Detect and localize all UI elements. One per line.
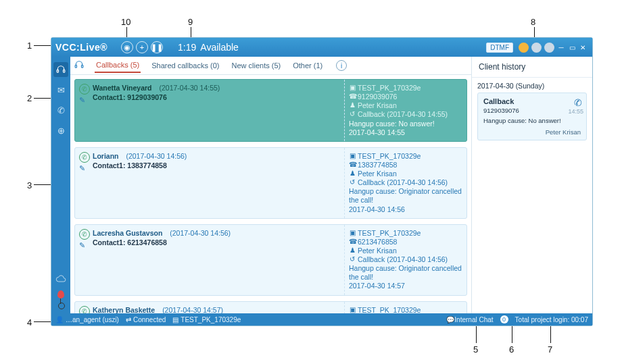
callback-list[interactable]: ✆ ✎ Wanetta Vineyard (2017-04-30 14:55) … <box>70 75 471 313</box>
status-timer: 1:19 <box>178 42 196 53</box>
card-timestamp: (2017-04-30 14:56) <box>170 229 231 237</box>
nav-phone-icon[interactable]: ✆ <box>53 103 68 118</box>
tab-shared-callbacks[interactable]: Shared callbacks (0) <box>150 59 220 72</box>
annotation-7: 7 <box>548 344 552 355</box>
project-icon: ▣ <box>349 229 356 238</box>
hangup-note: Hangup cause: Originator cancelled the c… <box>349 187 462 205</box>
internal-chat-button[interactable]: 💬Internal Chat <box>446 316 493 323</box>
callback-line: Callback (2017-04-30 14:56) <box>358 178 448 187</box>
svg-rect-0 <box>57 70 58 73</box>
status-project: ▤TEST_PK_170329e <box>172 316 241 323</box>
history-card-number: 9129039076 <box>483 107 581 114</box>
callback-icon: ↺ <box>349 110 356 119</box>
pause-icon[interactable]: ❚❚ <box>151 41 163 53</box>
hangup-note: Hangup cause: No answer! <box>349 120 462 128</box>
tab-callbacks[interactable]: Callbacks (5) <box>95 58 141 73</box>
app-window: VCC:Live® ◉ + ❚❚ 1:19 Available DTMF ─ ▭… <box>51 37 593 326</box>
add-icon[interactable]: + <box>136 41 148 53</box>
history-card-agent: Peter Krisan <box>483 128 581 136</box>
tabstrip-headset-icon <box>74 60 85 71</box>
history-date: 2017-04-30 (Sunday) <box>477 82 587 90</box>
project-icon: ▣ <box>349 306 356 314</box>
nav-mail-icon[interactable]: ✉ <box>53 82 68 97</box>
card-timestamp: (2017-04-30 14:55) <box>159 84 220 92</box>
callback-line: Callback (2017-04-30 14:56) <box>358 255 448 264</box>
callback-card[interactable]: ✆ ✎ Loriann (2017-04-30 14:56) Contact1:… <box>74 147 467 219</box>
maximize-icon[interactable]: ▭ <box>568 43 576 51</box>
phone-icon: ☎ <box>349 161 356 170</box>
globe-icon-1[interactable] <box>531 43 542 53</box>
status-connection: ⇄Connected <box>126 316 166 323</box>
tab-new-clients[interactable]: New clients (5) <box>230 59 282 72</box>
contact1-label: Contact1: <box>93 161 125 170</box>
project-icon: ▣ <box>349 152 356 161</box>
svg-rect-2 <box>75 66 76 68</box>
callback-line: Callback (2017-04-30 14:55) <box>358 110 448 119</box>
chat-icon: 💬 <box>446 316 454 323</box>
call-icon: ✆ <box>79 229 90 240</box>
svg-rect-1 <box>64 70 65 73</box>
callback-card[interactable]: ✆ ✎ Lacresha Gustavson (2017-04-30 14:56… <box>74 224 467 296</box>
app-logo: VCC:Live® <box>55 42 107 53</box>
card-timestamp: (2017-04-30 14:57) <box>162 306 223 314</box>
nav-balloon-icon[interactable] <box>53 289 68 309</box>
tab-other[interactable]: Other (1) <box>291 59 324 72</box>
project-icon: ▣ <box>349 84 356 93</box>
minimize-icon[interactable]: ─ <box>557 43 565 51</box>
extra-timestamp: 2017-04-30 14:55 <box>349 128 462 137</box>
status-text[interactable]: Available <box>200 42 239 53</box>
agent-name: Peter Krisan <box>358 170 397 178</box>
theme-icon[interactable] <box>519 43 529 53</box>
contact-name: Wanetta Vineyard <box>93 84 152 92</box>
project-name: TEST_PK_170329e <box>358 152 421 161</box>
nav-cloud-icon[interactable] <box>53 271 68 286</box>
agent-icon: ♟ <box>349 246 356 255</box>
hangup-note: Hangup cause: Originator cancelled the c… <box>349 264 462 282</box>
call-icon: ✆ <box>79 306 90 314</box>
callback-icon: ↺ <box>349 255 356 264</box>
edit-icon[interactable]: ✎ <box>79 96 85 105</box>
project-name: TEST_PK_170329e <box>358 84 421 93</box>
phone-value: 1383774858 <box>358 161 397 170</box>
annotation-9: 9 <box>188 17 193 27</box>
agent-icon: ♟ <box>349 170 356 178</box>
settings-icon[interactable]: ◉ <box>121 41 133 53</box>
globe-icon-2[interactable] <box>544 43 554 53</box>
agent-name: Peter Krisan <box>358 246 397 255</box>
nav-headset-icon[interactable] <box>53 62 68 77</box>
history-card[interactable]: ✆ 14:55 Callback 9129039076 Hangup cause… <box>477 93 587 140</box>
annotation-6: 6 <box>509 344 514 355</box>
call-icon: ✆ <box>79 152 90 163</box>
contact1-label: Contact1: <box>93 93 125 101</box>
dtmf-button[interactable]: DTMF <box>486 43 513 53</box>
callback-icon: ↺ <box>349 178 356 187</box>
project-name: TEST_PK_170329e <box>358 229 421 238</box>
nav-globe-icon[interactable]: ⊕ <box>53 123 68 138</box>
agent-name: Peter Krisan <box>358 101 397 110</box>
edit-icon[interactable]: ✎ <box>79 241 85 250</box>
contact1-value: 9129039076 <box>127 93 166 101</box>
callback-card[interactable]: ✆ ✎ Katheryn Baskette (2017-04-30 14:57)… <box>74 301 467 314</box>
history-card-title: Callback <box>483 97 581 105</box>
tab-bar: Callbacks (5) Shared callbacks (0) New c… <box>70 57 471 75</box>
close-icon[interactable]: ✕ <box>579 43 587 51</box>
annotation-1: 1 <box>27 41 32 51</box>
status-bar: 👤…an_agent (uszi) ⇄Connected ▤TEST_PK_17… <box>51 313 592 326</box>
annotation-10: 10 <box>121 17 130 27</box>
extra-timestamp: 2017-04-30 14:56 <box>349 205 462 214</box>
annotation-8: 8 <box>531 17 535 27</box>
contact-name: Katheryn Baskette <box>93 306 155 314</box>
annotation-2: 2 <box>27 93 32 103</box>
tab-info-icon[interactable]: i <box>336 60 347 71</box>
contact1-value: 6213476858 <box>127 238 166 246</box>
client-history-panel: Client history 2017-04-30 (Sunday) ✆ 14:… <box>472 57 592 313</box>
history-phone-icon: ✆ <box>574 97 582 108</box>
vertical-navbar: ✉ ✆ ⊕ <box>51 57 70 313</box>
svg-rect-3 <box>82 66 83 68</box>
folder-icon: ▤ <box>172 316 178 323</box>
callback-card[interactable]: ✆ ✎ Wanetta Vineyard (2017-04-30 14:55) … <box>74 79 467 142</box>
chat-badge: 0 <box>500 315 508 323</box>
edit-icon[interactable]: ✎ <box>79 164 85 173</box>
agent-icon: ♟ <box>349 101 356 110</box>
contact1-value: 1383774858 <box>127 161 166 170</box>
